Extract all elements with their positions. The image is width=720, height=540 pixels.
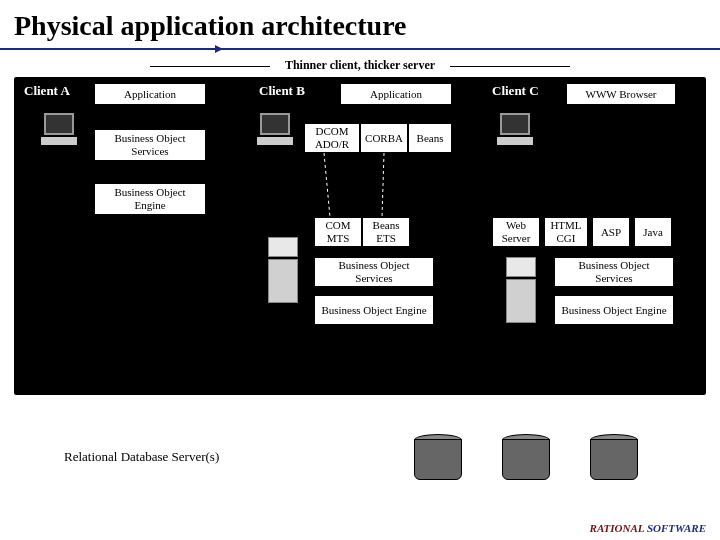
logo-part1: RATIONAL	[590, 522, 645, 534]
svg-line-1	[382, 153, 384, 217]
server-c-html-cgi: HTML CGI	[544, 217, 588, 247]
rational-logo: RATIONAL SOFTWARE	[590, 522, 706, 534]
database-label: Relational Database Server(s)	[64, 449, 219, 465]
client-a-application: Application	[94, 83, 206, 105]
client-b-corba: CORBA	[360, 123, 408, 153]
slide-title: Physical application architecture	[0, 0, 720, 48]
client-b-computer-icon	[254, 113, 296, 151]
client-a-header: Client A	[24, 83, 70, 99]
database-cylinder-icon	[502, 434, 550, 480]
client-c-header: Client C	[492, 83, 539, 99]
server-c-java: Java	[634, 217, 672, 247]
client-b-header: Client B	[259, 83, 305, 99]
server-b-com-mts: COM MTS	[314, 217, 362, 247]
web-server-c-icon	[504, 257, 538, 327]
database-icons	[414, 434, 638, 480]
client-b-beans: Beans	[408, 123, 452, 153]
spectrum-label: Thinner client, thicker server	[0, 58, 720, 73]
client-c-computer-icon	[494, 113, 536, 151]
server-b-bos: Business Object Services	[314, 257, 434, 287]
app-server-b-icon	[266, 237, 300, 307]
server-b-beans-ets: Beans ETS	[362, 217, 410, 247]
title-divider	[0, 48, 720, 50]
client-a-bos: Business Object Services	[94, 129, 206, 161]
architecture-stage: Client A Client B Client C Application B…	[14, 77, 706, 395]
logo-part2: SOFTWARE	[644, 522, 706, 534]
client-b-application: Application	[340, 83, 452, 105]
client-b-dcom: DCOM ADO/R	[304, 123, 360, 153]
client-c-browser: WWW Browser	[566, 83, 676, 105]
database-cylinder-icon	[414, 434, 462, 480]
server-c-bos: Business Object Services	[554, 257, 674, 287]
svg-line-0	[324, 153, 330, 217]
client-a-boe: Business Object Engine	[94, 183, 206, 215]
database-cylinder-icon	[590, 434, 638, 480]
server-c-boe: Business Object Engine	[554, 295, 674, 325]
server-b-boe: Business Object Engine	[314, 295, 434, 325]
server-c-asp: ASP	[592, 217, 630, 247]
server-c-web-server: Web Server	[492, 217, 540, 247]
database-tier: Relational Database Server(s)	[14, 426, 706, 488]
client-a-computer-icon	[38, 113, 80, 151]
